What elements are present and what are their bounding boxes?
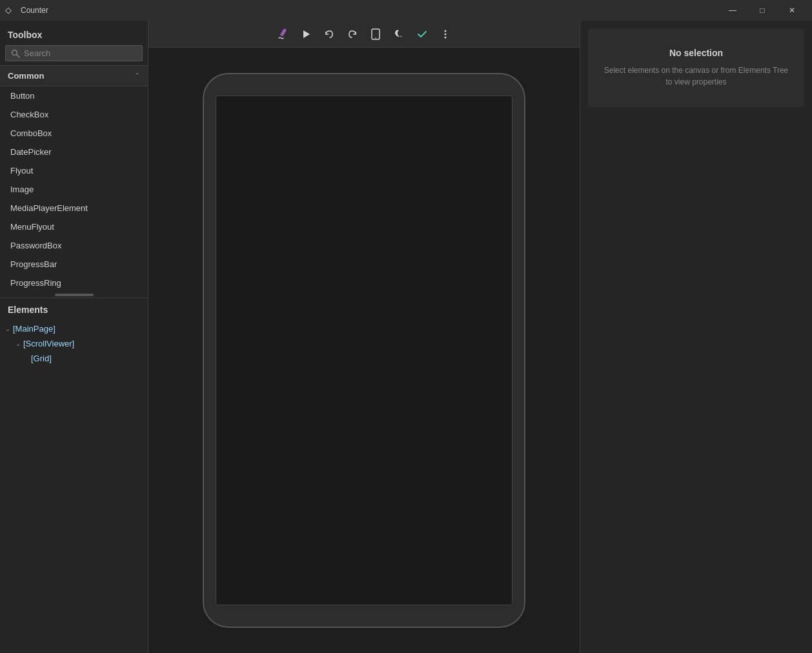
no-selection-desc: Select elements on the canvas or from El… [601, 65, 791, 88]
moon-button[interactable] [389, 24, 409, 45]
app-icon: ◇ [5, 5, 15, 15]
toolbox-header: Toolbox [0, 21, 148, 45]
sidebar: Toolbox Common ⌃ Button CheckBox ComboBo… [0, 21, 148, 653]
properties-panel: No selection Select elements on the canv… [580, 21, 812, 653]
app-title: Counter [21, 6, 48, 15]
titlebar-controls: — □ ✕ [718, 0, 807, 21]
svg-point-0 [12, 50, 17, 55]
toolbox-item[interactable]: DatePicker [0, 143, 148, 161]
paint-button[interactable] [272, 24, 293, 45]
svg-line-1 [17, 55, 19, 57]
tree-item-label: [Grid] [31, 354, 52, 363]
redo-button[interactable] [342, 24, 363, 45]
no-selection-title: No selection [601, 48, 791, 58]
toolbox-item[interactable]: ProgressRing [0, 274, 148, 292]
canvas-viewport[interactable] [148, 48, 580, 653]
close-button[interactable]: ✕ [777, 0, 807, 21]
tree-item-mainpage[interactable]: ⌄ [MainPage] [0, 321, 148, 336]
common-section-header[interactable]: Common ⌃ [0, 65, 148, 86]
toolbox-item[interactable]: ProgressBar [0, 255, 148, 274]
main-layout: Toolbox Common ⌃ Button CheckBox ComboBo… [0, 21, 812, 653]
maximize-button[interactable]: □ [747, 0, 777, 21]
toolbox-item[interactable]: PasswordBox [0, 236, 148, 255]
svg-point-5 [375, 37, 376, 39]
titlebar: ◇ Counter — □ ✕ [0, 0, 812, 21]
chevron-down-icon: ⌄ [5, 325, 10, 332]
search-box[interactable] [5, 45, 143, 61]
tree-item-grid[interactable]: [Grid] [0, 351, 148, 366]
search-input[interactable] [24, 48, 137, 58]
scroll-indicator [55, 294, 94, 296]
tree-item-label: [ScrollViewer] [23, 339, 74, 348]
toolbox-item[interactable]: ComboBox [0, 124, 148, 143]
elements-section: Elements ⌄ [MainPage] ⌄ [ScrollViewer] [… [0, 297, 148, 653]
elements-tree: ⌄ [MainPage] ⌄ [ScrollViewer] [Grid] [0, 320, 148, 653]
toolbox-item[interactable]: Image [0, 180, 148, 199]
canvas-area [148, 21, 580, 653]
tree-item-scrollviewer[interactable]: ⌄ [ScrollViewer] [0, 336, 148, 351]
svg-marker-3 [303, 30, 310, 38]
device-screen [216, 95, 513, 605]
elements-header: Elements [0, 298, 148, 320]
chevron-up-icon: ⌃ [134, 72, 140, 80]
toolbox-item[interactable]: MenuFlyout [0, 217, 148, 236]
common-label: Common [8, 71, 44, 81]
toolbox-section: Toolbox Common ⌃ Button CheckBox ComboBo… [0, 21, 148, 297]
check-button[interactable] [412, 24, 432, 45]
toolbox-item[interactable]: MediaPlayerElement [0, 199, 148, 217]
chevron-down-icon: ⌄ [15, 340, 21, 347]
toolbox-item[interactable]: Button [0, 86, 148, 105]
device-button[interactable] [365, 24, 386, 45]
search-icon [11, 49, 20, 58]
svg-point-8 [445, 36, 447, 38]
undo-button[interactable] [319, 24, 340, 45]
svg-point-6 [445, 30, 447, 32]
toolbox-items-list: Button CheckBox ComboBox DatePicker Flyo… [0, 86, 148, 292]
toolbar [148, 21, 580, 48]
titlebar-left: ◇ Counter [5, 5, 48, 15]
device-frame [203, 73, 525, 628]
tree-item-label: [MainPage] [13, 324, 56, 334]
svg-point-7 [445, 33, 447, 35]
toolbox-item[interactable]: Flyout [0, 161, 148, 180]
minimize-button[interactable]: — [718, 0, 747, 21]
play-button[interactable] [296, 24, 316, 45]
toolbox-item[interactable]: CheckBox [0, 105, 148, 124]
no-selection-container: No selection Select elements on the canv… [588, 28, 804, 107]
more-button[interactable] [435, 24, 456, 45]
